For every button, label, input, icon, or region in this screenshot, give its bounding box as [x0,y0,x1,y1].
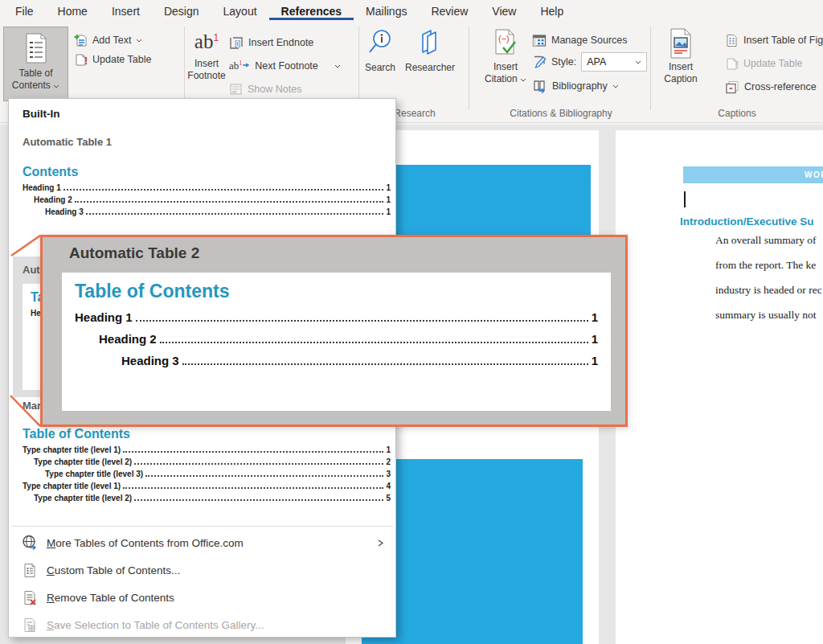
chevron-down-icon [136,39,142,43]
show-notes-button[interactable]: Show Notes [229,81,301,97]
chevron-down-icon [53,84,59,88]
svg-text:!: ! [84,55,88,67]
next-footnote-button[interactable]: ab1 Next Footnote [229,58,341,74]
svg-text:[i]: [i] [235,39,240,47]
chevron-down-icon [635,60,641,64]
group-label-research: Research [394,108,435,119]
document-body-line: summary is usually not [715,309,817,322]
add-text-icon [74,34,88,47]
style-row: Style: APA [532,54,647,70]
tab-layout[interactable]: Layout [211,2,269,20]
menu-item-label: Save Selection to Table of Contents Gall… [47,619,384,631]
add-text-button[interactable]: Add Text [74,32,142,48]
tab-help[interactable]: Help [528,2,575,20]
insert-table-of-figures-button[interactable]: Insert Table of Figures [725,32,823,48]
custom-toc-icon [21,563,39,578]
text-cursor [684,191,686,207]
callout-title: Automatic Table 2 [69,244,199,262]
dropdown-menu: More Tables of Contents from Office.com … [9,529,395,638]
svg-text:!: ! [735,59,739,71]
insert-citation-icon: (−) [491,28,520,59]
toc-preview-heading: Contents [23,165,391,179]
remove-toc-icon [21,590,39,605]
researcher-button[interactable]: Researcher [402,28,458,74]
bibliography-icon [532,80,547,93]
tab-view[interactable]: View [480,2,528,20]
tab-insert[interactable]: Insert [100,2,152,20]
tab-mailings[interactable]: Mailings [354,2,419,20]
researcher-icon [416,28,444,57]
page-header-banner: WORD [683,166,823,183]
search-button[interactable]: Search [362,28,399,74]
toc-preview-row: Heading 31 [23,207,391,216]
bibliography-button[interactable]: Bibliography [532,78,619,94]
tab-home[interactable]: Home [46,2,100,20]
chevron-down-icon [334,64,341,68]
update-table-captions-button[interactable]: ! Update Table [725,55,802,72]
toc-preview-row: Type chapter title (level 1)4 [23,482,391,490]
search-icon [366,28,394,57]
menu-item-label: More Tables of Contents from Office.com [47,537,377,549]
callout-toc-row: Heading 31 [75,354,598,367]
insert-citation-button[interactable]: (−) Insert Citation [483,28,528,85]
toc-preview-row: Type chapter title (level 2)2 [23,457,391,466]
insert-footnote-button[interactable]: ab1 Insert Footnote [185,28,228,82]
table-of-contents-button[interactable]: Table of Contents [3,27,68,101]
document-body-line: An overall summary of [715,234,817,247]
menu-item-custom-toc[interactable]: Custom Table of Contents... [9,556,395,584]
update-table-disabled-icon: ! [725,57,739,71]
menu-item-label: Custom Table of Contents... [47,564,384,576]
globe-icon [21,535,39,551]
callout-preview-box: Table of Contents Heading 11 Heading 21 … [62,273,611,411]
dropdown-section-header: Built-In [23,108,60,120]
toc-preview-row: Heading 11 [23,183,391,192]
menu-item-more-tables-office[interactable]: More Tables of Contents from Office.com [9,529,395,556]
toc-preview-row: Type chapter title (level 3)3 [23,470,391,478]
show-notes-icon [229,83,243,96]
insert-endnote-icon: [i] [229,36,244,50]
document-body-line: from the report. The ke [715,259,816,272]
manage-sources-button[interactable]: Manage Sources [532,32,628,48]
gallery-item-automatic-table-1[interactable]: Contents Heading 11 Heading 21 Heading 3… [23,165,391,216]
style-icon [532,55,547,69]
group-separator [469,27,469,110]
insert-endnote-button[interactable]: [i] Insert Endnote [229,35,313,51]
document-body-line: industry is headed or rec [715,284,822,297]
insert-caption-icon [668,28,694,59]
table-of-figures-icon [725,34,739,47]
toc-preview-row: Type chapter title (level 2)5 [23,494,391,502]
update-table-button[interactable]: ! Update Table [74,51,151,68]
tab-references[interactable]: References [269,2,354,20]
banner-title: WORD [805,170,823,179]
toc-preview-row: Heading 21 [23,195,391,204]
manage-sources-icon [532,34,547,47]
toc-preview-heading: Table of Contents [23,427,391,441]
ribbon-tab-bar: File Home Insert Design Layout Reference… [0,0,823,22]
gallery-item-label: Automatic Table 1 [23,136,112,148]
cross-reference-icon [725,80,739,94]
toc-preview-row: Type chapter title (level 1)1 [23,445,391,454]
footnote-ab-icon: ab1 [194,28,219,51]
save-gallery-icon [21,617,39,633]
cross-reference-button[interactable]: Cross-reference [725,79,817,95]
tab-file[interactable]: File [3,2,46,20]
automatic-table-2-callout: Automatic Table 2 Table of Contents Head… [40,235,628,427]
menu-item-remove-toc[interactable]: Remove Table of Contents [9,584,395,611]
document-section-heading: Introduction/Executive Su [680,215,814,228]
submenu-arrow-icon [377,539,384,547]
group-label-citations: Citations & Bibliography [510,108,612,119]
group-label-captions: Captions [718,108,755,119]
insert-caption-button[interactable]: Insert Caption [662,28,699,85]
style-select[interactable]: APA [581,52,647,72]
menu-item-label: Remove Table of Contents [47,592,384,604]
menu-item-save-selection-gallery[interactable]: Save Selection to Table of Contents Gall… [9,611,395,638]
svg-text:(−): (−) [498,34,510,43]
chevron-down-icon [612,84,619,88]
menu-separator [11,526,393,527]
update-table-icon: ! [74,53,88,67]
tab-design[interactable]: Design [152,2,211,20]
tab-review[interactable]: Review [419,2,480,20]
gallery-item-manual-table[interactable]: Table of Contents Type chapter title (le… [23,427,391,502]
callout-toc-row: Heading 21 [75,332,598,346]
document-page-2[interactable]: WORD Introduction/Executive Su An overal… [616,130,823,644]
